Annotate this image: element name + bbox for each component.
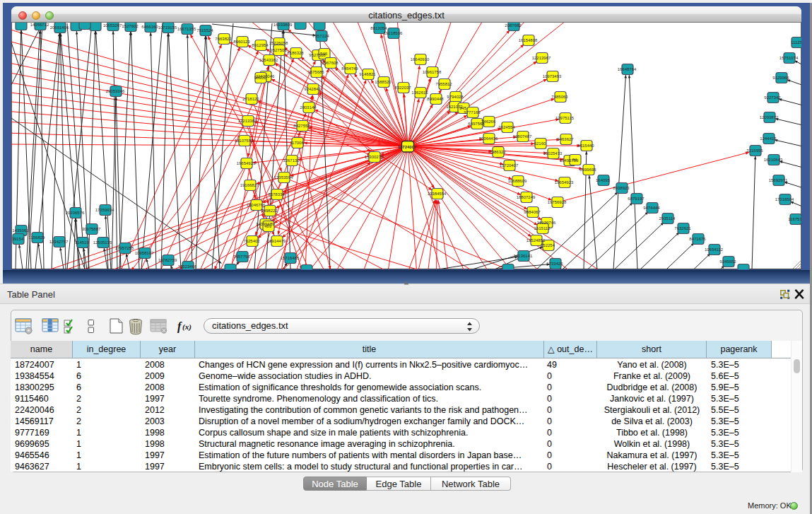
svg-text:8454749: 8454749	[341, 66, 358, 71]
svg-text:11125: 11125	[791, 40, 801, 45]
svg-text:16640910: 16640910	[411, 57, 430, 62]
svg-text:10688609: 10688609	[508, 179, 527, 183]
svg-text:8186328: 8186328	[287, 51, 304, 55]
svg-text:12323468: 12323468	[178, 264, 197, 269]
svg-text:20364436: 20364436	[479, 136, 498, 141]
svg-text:9227342: 9227342	[764, 95, 781, 100]
svg-text:9527506: 9527506	[270, 48, 287, 52]
svg-text:15751074: 15751074	[779, 56, 799, 60]
svg-text:8813054: 8813054	[370, 26, 387, 30]
svg-text:116753: 116753	[788, 217, 801, 221]
svg-text:9245652: 9245652	[719, 259, 736, 264]
svg-text:8912954: 8912954	[252, 43, 269, 47]
svg-text:7485063: 7485063	[551, 95, 568, 99]
svg-text:16210643: 16210643	[764, 158, 783, 162]
svg-text:1588520: 1588520	[375, 80, 392, 84]
svg-text:114519: 114519	[75, 240, 89, 245]
svg-text:1435061: 1435061	[12, 228, 29, 233]
svg-text:7357224: 7357224	[312, 34, 329, 38]
svg-text:19384554: 19384554	[428, 192, 447, 196]
svg-text:8427552: 8427552	[293, 124, 310, 128]
svg-text:84: 84	[572, 158, 577, 162]
svg-text:1156829: 1156829	[29, 235, 46, 240]
svg-text:9146821: 9146821	[359, 72, 376, 76]
svg-text:98901: 98901	[254, 76, 266, 80]
svg-text:117006: 117006	[290, 141, 304, 145]
svg-text:20691406: 20691406	[50, 25, 69, 30]
svg-text:16782759: 16782759	[158, 258, 177, 262]
svg-text:9463627: 9463627	[557, 137, 574, 141]
svg-text:16120746: 16120746	[537, 221, 556, 225]
svg-text:9515440: 9515440	[577, 144, 594, 148]
svg-text:15716485: 15716485	[281, 256, 300, 260]
svg-text:9657791: 9657791	[233, 255, 250, 259]
svg-text:3624554: 3624554	[498, 125, 515, 129]
svg-text:16671355: 16671355	[177, 27, 196, 31]
svg-text:f: f	[177, 320, 182, 333]
svg-text:9242843: 9242843	[304, 87, 321, 91]
svg-text:30975887: 30975887	[82, 227, 101, 231]
svg-text:19166827: 19166827	[240, 183, 259, 187]
svg-text:252254: 252254	[541, 243, 555, 247]
svg-text:0699695: 0699695	[579, 168, 596, 172]
svg-text:15300275: 15300275	[365, 155, 384, 159]
svg-text:10107553: 10107553	[235, 139, 254, 143]
svg-text:10654112: 10654112	[705, 247, 724, 252]
svg-text:10719155: 10719155	[158, 25, 177, 30]
svg-text:9129966: 9129966	[772, 76, 789, 80]
svg-text:7632621: 7632621	[674, 226, 691, 230]
svg-text:9884067: 9884067	[524, 210, 541, 214]
svg-text:12975115: 12975115	[555, 116, 575, 120]
svg-text:17359934: 17359934	[95, 208, 114, 212]
svg-text:17957255: 17957255	[115, 246, 134, 250]
svg-text:8578334: 8578334	[268, 192, 285, 197]
svg-text:1244415: 1244415	[760, 136, 777, 141]
svg-text:7955812: 7955812	[435, 82, 452, 86]
svg-text:14136141: 14136141	[514, 254, 533, 258]
svg-text:9777169: 9777169	[464, 110, 481, 115]
svg-text:164095: 164095	[596, 178, 611, 182]
svg-text:2087682: 2087682	[505, 23, 522, 28]
svg-text:8938923: 8938923	[613, 186, 630, 190]
svg-text:16154808: 16154808	[519, 38, 538, 42]
svg-text:15720407: 15720407	[500, 163, 519, 168]
svg-text:546: 546	[320, 52, 328, 56]
svg-text:9794028: 9794028	[447, 95, 464, 99]
svg-text:19756928: 19756928	[548, 200, 567, 204]
svg-text:15226058: 15226058	[269, 41, 288, 45]
svg-text:7663822: 7663822	[215, 37, 232, 41]
svg-text:1733426: 1733426	[546, 262, 563, 266]
svg-text:10973493: 10973493	[543, 74, 562, 78]
svg-text:10543382: 10543382	[259, 58, 278, 62]
svg-text:20206576: 20206576	[66, 211, 85, 215]
svg-text:16648764: 16648764	[618, 67, 637, 71]
svg-text:10958107: 10958107	[135, 251, 154, 255]
svg-text:13353594: 13353594	[274, 175, 293, 180]
svg-text:16033809: 16033809	[273, 23, 293, 27]
svg-text:2935114: 2935114	[659, 216, 676, 221]
svg-text:1362615: 1362615	[411, 90, 428, 95]
svg-text:6497568: 6497568	[468, 122, 485, 126]
svg-text:8322037: 8322037	[394, 86, 411, 90]
svg-text:6879197: 6879197	[628, 197, 645, 201]
svg-text:3498222: 3498222	[261, 209, 278, 213]
svg-text:19218506: 19218506	[384, 31, 403, 35]
svg-text:14055712: 14055712	[30, 23, 49, 27]
svg-text:16914479: 16914479	[267, 239, 286, 243]
svg-text:2967608: 2967608	[322, 61, 339, 65]
svg-text:1527602: 1527602	[122, 24, 139, 28]
svg-text:7515524: 7515524	[196, 28, 213, 33]
svg-text:29053346: 29053346	[106, 89, 125, 93]
svg-text:19654923: 19654923	[555, 180, 574, 185]
svg-text:18807249: 18807249	[517, 195, 536, 199]
svg-text:7625402: 7625402	[243, 239, 260, 243]
svg-text:1615112: 1615112	[534, 226, 551, 230]
svg-text:3267130: 3267130	[283, 158, 300, 163]
svg-text:16046766: 16046766	[247, 203, 266, 207]
svg-text:10807487: 10807487	[513, 134, 532, 139]
svg-text:3675685: 3675685	[307, 70, 324, 74]
svg-text:12213967: 12213967	[532, 56, 551, 60]
svg-text:8660123: 8660123	[233, 40, 250, 44]
svg-text:15692971: 15692971	[769, 178, 788, 182]
svg-text:18724007: 18724007	[398, 145, 417, 149]
